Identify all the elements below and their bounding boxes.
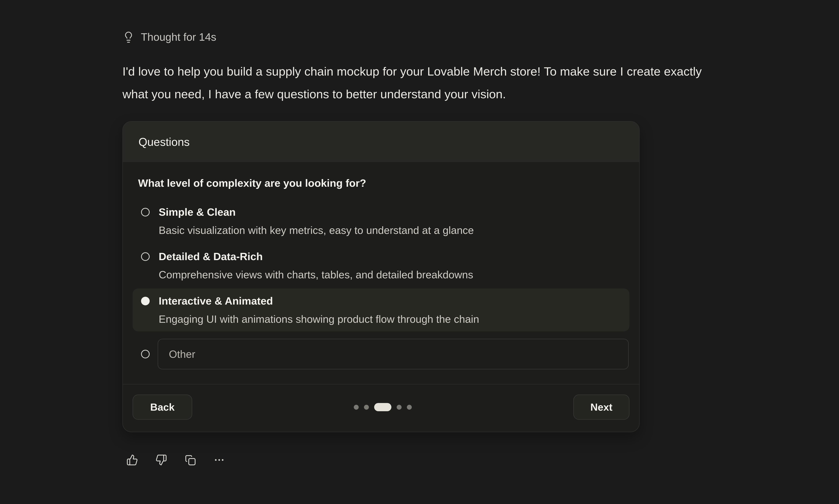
card-footer: Back Next (123, 384, 639, 432)
radio-unselected-icon[interactable] (141, 252, 150, 261)
thinking-summary-label: Thought for 14s (141, 30, 216, 44)
other-input[interactable] (158, 339, 629, 369)
card-header: Questions (123, 122, 639, 162)
assistant-message-text: I'd love to help you build a supply chai… (122, 60, 708, 106)
card-body: What level of complexity are you looking… (123, 177, 639, 375)
pagination-dot-active (374, 403, 391, 411)
option-title: Detailed & Data-Rich (159, 250, 622, 263)
radio-unselected-icon[interactable] (141, 350, 150, 358)
question-text: What level of complexity are you looking… (138, 177, 629, 190)
assistant-response: Thought for 14s I'd love to help you bui… (122, 0, 710, 466)
option-simple-clean[interactable]: Simple & Clean Basic visualization with … (133, 200, 629, 242)
pagination-dot (364, 405, 369, 410)
option-interactive-animated[interactable]: Interactive & Animated Engaging UI with … (133, 288, 629, 331)
copy-button[interactable] (184, 454, 196, 466)
thumbs-down-icon (155, 454, 167, 466)
copy-icon (184, 454, 196, 466)
option-description: Basic visualization with key metrics, ea… (159, 224, 622, 237)
thumbs-up-button[interactable] (126, 454, 138, 466)
more-options-icon (213, 454, 225, 466)
next-button[interactable]: Next (573, 395, 629, 420)
pagination-dot (354, 405, 359, 410)
radio-unselected-icon[interactable] (141, 208, 150, 216)
options-list: Simple & Clean Basic visualization with … (133, 200, 629, 375)
card-title: Questions (139, 136, 190, 148)
thumbs-down-button[interactable] (155, 454, 167, 466)
option-title: Simple & Clean (159, 205, 622, 218)
message-actions (126, 454, 710, 466)
option-description: Engaging UI with animations showing prod… (159, 312, 622, 325)
thinking-summary[interactable]: Thought for 14s (122, 30, 216, 44)
pagination-dot (407, 405, 412, 410)
pagination-dots (354, 403, 412, 411)
option-description: Comprehensive views with charts, tables,… (159, 268, 622, 281)
questions-card: Questions What level of complexity are y… (122, 121, 640, 432)
radio-selected-icon[interactable] (141, 297, 150, 305)
back-button[interactable]: Back (133, 395, 192, 420)
lightbulb-icon (122, 31, 135, 43)
chat-screen: Thought for 14s I'd love to help you bui… (0, 0, 839, 504)
pagination-dot (397, 405, 402, 410)
more-options-button[interactable] (213, 454, 225, 466)
thumbs-up-icon (126, 454, 138, 466)
option-detailed-data-rich[interactable]: Detailed & Data-Rich Comprehensive views… (133, 244, 629, 287)
option-title: Interactive & Animated (159, 294, 622, 307)
option-other[interactable] (133, 333, 629, 375)
